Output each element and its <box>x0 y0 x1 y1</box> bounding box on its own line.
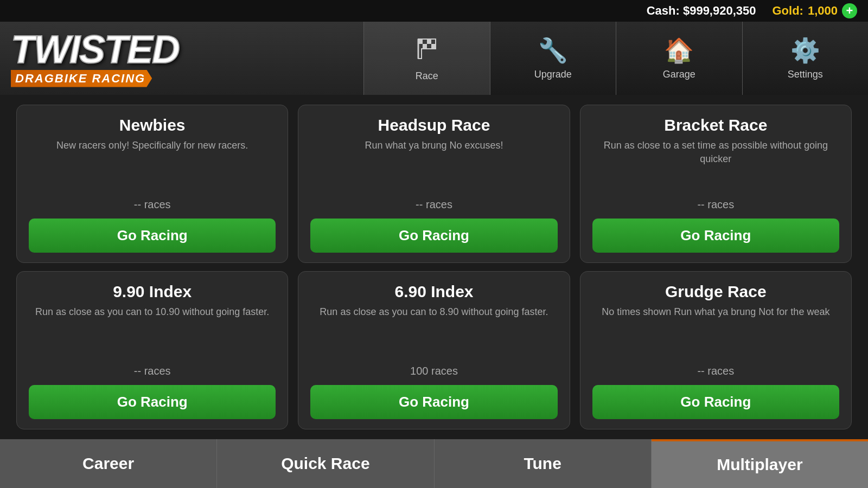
bottom-tab-tune[interactable]: Tune <box>435 439 652 488</box>
gold-label: Gold: <box>773 4 803 18</box>
tab-upgrade[interactable]: 🔧 Upgrade <box>490 22 616 95</box>
bracket-card: Bracket Race Run as close to a set time … <box>580 105 852 263</box>
upgrade-icon: 🔧 <box>538 36 568 65</box>
headsup-title: Headsup Race <box>310 116 557 134</box>
index990-title: 9.90 Index <box>29 282 276 301</box>
headsup-race-count: -- races <box>310 198 557 211</box>
tab-settings[interactable]: ⚙️ Settings <box>742 22 869 95</box>
tab-race[interactable]: Race <box>363 22 490 95</box>
index990-card: 9.90 Index Run as close as you can to 10… <box>16 271 288 429</box>
index990-race-count: -- races <box>29 365 276 377</box>
logo-text: TWISTED DRAGBIKE RACING <box>11 30 179 87</box>
upgrade-tab-label: Upgrade <box>534 69 572 80</box>
cards-row-1: Newbies New racers only! Specifically fo… <box>16 105 852 263</box>
tune-label: Tune <box>524 454 561 473</box>
multiplayer-label: Multiplayer <box>717 455 802 474</box>
logo-twisted: TWISTED <box>11 30 179 69</box>
main-grid: Newbies New racers only! Specifically fo… <box>0 95 868 439</box>
header: TWISTED DRAGBIKE RACING Race 🔧 Upgrade <box>0 22 868 95</box>
index690-race-count: 100 races <box>310 365 557 377</box>
settings-tab-label: Settings <box>788 69 823 80</box>
grudge-race-count: -- races <box>592 365 839 377</box>
grudge-description: No times shown Run what ya brung Not for… <box>592 305 839 358</box>
career-label: Career <box>82 454 134 473</box>
race-icon <box>414 35 440 66</box>
bottom-tab-career[interactable]: Career <box>0 439 217 488</box>
nav-tabs: Race 🔧 Upgrade 🏠 Garage ⚙️ Settings <box>363 22 868 95</box>
headsup-card: Headsup Race Run what ya brung No excuse… <box>298 105 570 263</box>
bracket-title: Bracket Race <box>592 116 839 134</box>
headsup-go-racing-button[interactable]: Go Racing <box>310 219 557 253</box>
bottom-tab-multiplayer[interactable]: Multiplayer <box>652 439 868 488</box>
logo-area: TWISTED DRAGBIKE RACING <box>0 22 363 95</box>
grudge-card: Grudge Race No times shown Run what ya b… <box>580 271 852 429</box>
cards-row-2: 9.90 Index Run as close as you can to 10… <box>16 271 852 429</box>
settings-icon: ⚙️ <box>790 36 820 65</box>
quick-race-label: Quick Race <box>281 454 369 473</box>
grudge-title: Grudge Race <box>592 282 839 301</box>
index990-description: Run as close as you can to 10.90 without… <box>29 305 276 358</box>
newbies-card: Newbies New racers only! Specifically fo… <box>16 105 288 263</box>
index990-go-racing-button[interactable]: Go Racing <box>29 385 276 419</box>
garage-tab-label: Garage <box>663 69 695 80</box>
cash-value: $999,920,350 <box>683 4 756 17</box>
svg-rect-4 <box>431 44 436 49</box>
bottom-tab-quick-race[interactable]: Quick Race <box>217 439 434 488</box>
logo-subtitle: DRAGBIKE RACING <box>11 70 152 87</box>
index690-go-racing-button[interactable]: Go Racing <box>310 385 557 419</box>
newbies-description: New racers only! Specifically for new ra… <box>29 139 276 192</box>
index690-title: 6.90 Index <box>310 282 557 301</box>
bottom-nav: Career Quick Race Tune Multiplayer <box>0 439 868 488</box>
newbies-go-racing-button[interactable]: Go Racing <box>29 219 276 253</box>
garage-icon: 🏠 <box>664 36 694 65</box>
newbies-race-count: -- races <box>29 198 276 211</box>
bracket-race-count: -- races <box>592 198 839 211</box>
race-tab-label: Race <box>416 70 438 82</box>
index690-card: 6.90 Index Run as close as you can to 8.… <box>298 271 570 429</box>
grudge-go-racing-button[interactable]: Go Racing <box>592 385 839 419</box>
tab-garage[interactable]: 🏠 Garage <box>616 22 742 95</box>
gold-value: 1,000 <box>808 4 838 18</box>
cash-label: Cash: <box>647 4 680 17</box>
gold-add-button[interactable]: + <box>842 3 857 18</box>
bracket-description: Run as close to a set time as possible w… <box>592 139 839 192</box>
gold-display: Gold: 1,000 + <box>773 3 858 18</box>
cash-display: Cash: $999,920,350 <box>647 4 756 18</box>
newbies-title: Newbies <box>29 116 276 134</box>
index690-description: Run as close as you can to 8.90 without … <box>310 305 557 358</box>
headsup-description: Run what ya brung No excuses! <box>310 139 557 192</box>
bracket-go-racing-button[interactable]: Go Racing <box>592 219 839 253</box>
svg-rect-2 <box>427 39 431 44</box>
top-bar: Cash: $999,920,350 Gold: 1,000 + <box>0 0 868 22</box>
svg-rect-3 <box>423 44 427 49</box>
